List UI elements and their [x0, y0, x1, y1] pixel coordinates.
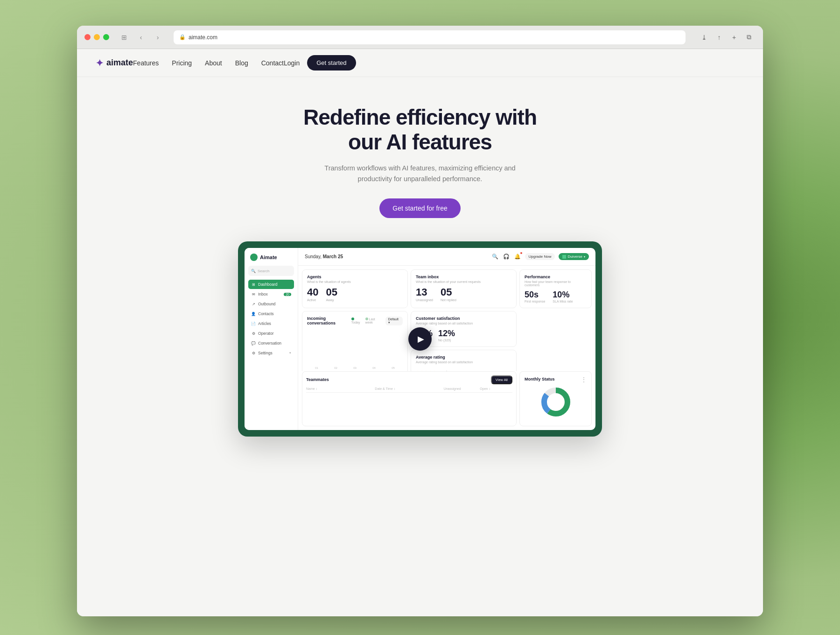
dashboard-icon: ⊞: [251, 282, 256, 287]
url-text: aimate.com: [189, 34, 217, 41]
col-date: Date & Time ↕: [375, 387, 440, 390]
label-04: 04: [372, 367, 376, 369]
new-tab-icon[interactable]: +: [728, 31, 741, 44]
inbox-not-replied-stat: 05 Not replied: [441, 287, 456, 302]
forward-icon[interactable]: ›: [151, 31, 164, 44]
topbar-actions: 🔍 🎧 🔔 Upgrade Now Duiverse ▾: [491, 253, 589, 261]
conversations-chart-card: Incoming conversations Today Last week D…: [302, 311, 408, 371]
back-icon[interactable]: ‹: [134, 31, 147, 44]
inbox-unassigned-stat: 13 Unassigned: [416, 287, 433, 302]
get-started-button[interactable]: Get started: [307, 55, 356, 71]
dashboard-sidebar: Aimate 🔍 Search ⊞ Dashboard ✉ Inbox: [245, 248, 298, 430]
first-response-num: 50s: [525, 290, 545, 299]
performance-card: Performance How fast your team response …: [519, 269, 592, 308]
tabs-icon[interactable]: ⧉: [742, 31, 756, 44]
logo[interactable]: ✦ aimate: [96, 57, 133, 69]
dashboard-device: Aimate 🔍 Search ⊞ Dashboard ✉ Inbox: [238, 241, 602, 437]
agents-title: Agents: [307, 275, 403, 279]
share-icon[interactable]: ↑: [713, 31, 726, 44]
chart-title: Incoming conversations: [307, 316, 351, 325]
agents-active-num: 40: [307, 287, 318, 297]
upgrade-button[interactable]: Upgrade Now: [525, 253, 555, 260]
label-05: 05: [392, 367, 395, 369]
teammates-card: Teammates View All Name ↕ Date & Time ↕ …: [302, 371, 517, 426]
dash-search[interactable]: 🔍 Search: [248, 266, 294, 276]
sidebar-label-settings: Settings: [258, 351, 273, 355]
dashboard-screen: Aimate 🔍 Search ⊞ Dashboard ✉ Inbox: [245, 248, 595, 430]
avg-rating-subtitle: Average rating based on all satisfaction: [416, 360, 511, 364]
inbox-icon: ✉: [251, 292, 256, 296]
nav-blog[interactable]: Blog: [235, 59, 248, 67]
outbound-icon: ↗: [251, 302, 256, 306]
maximize-button[interactable]: [103, 34, 109, 40]
agents-subtitle: What is the situation of agents: [307, 280, 403, 283]
minimize-button[interactable]: [94, 34, 100, 40]
monthly-menu-icon[interactable]: ⋮: [581, 376, 587, 383]
team-inbox-subtitle: What is the situation of your current re…: [416, 280, 511, 283]
legend-last-week: Last week: [365, 318, 382, 324]
sidebar-item-contacts[interactable]: 👤 Contacts: [248, 309, 294, 318]
tab-grid-icon[interactable]: ⊞: [118, 31, 131, 44]
nav-about[interactable]: About: [205, 59, 222, 67]
first-response-stat: 50s First response: [525, 290, 545, 303]
label-03: 03: [353, 367, 357, 369]
workspace-arrow: ▾: [584, 255, 585, 258]
hero-title: Redefine efficiency with our AI features: [96, 105, 744, 155]
search-placeholder: Search: [258, 269, 269, 273]
chart-controls: Today Last week Default ▾: [351, 317, 403, 325]
headset-icon[interactable]: 🎧: [503, 253, 510, 261]
login-button[interactable]: Login: [284, 59, 300, 67]
team-inbox-stats: 13 Unassigned 05 Not replied: [416, 287, 511, 302]
team-inbox-title: Team inbox: [416, 275, 511, 279]
performance-title: Performance: [525, 275, 587, 279]
hero-cta-button[interactable]: Get started for free: [379, 198, 461, 218]
dash-logo-dot: [250, 254, 258, 261]
inbox-badge: 20: [284, 293, 291, 296]
nav-pricing[interactable]: Pricing: [172, 59, 192, 67]
sidebar-label-contacts: Contacts: [258, 311, 274, 316]
settings-arrow: ▾: [289, 351, 291, 355]
sidebar-item-outbound[interactable]: ↗ Outbound: [248, 299, 294, 309]
dash-logo: Aimate: [248, 254, 294, 261]
bottom-row: Teammates View All Name ↕ Date & Time ↕ …: [298, 371, 595, 430]
label-02: 02: [334, 367, 337, 369]
search-topbar-icon[interactable]: 🔍: [491, 253, 499, 261]
agents-away-stat: 05 Away: [326, 287, 337, 302]
close-button[interactable]: [84, 34, 91, 40]
view-all-button[interactable]: View All: [491, 375, 512, 384]
play-button[interactable]: ▶: [408, 327, 432, 351]
dashboard-main: Sunday, March 25 🔍 🎧 🔔 Upgrade Now Duive…: [298, 248, 595, 430]
logo-icon: ✦: [96, 57, 104, 69]
bookmark-icon[interactable]: ⤓: [698, 31, 711, 44]
sidebar-item-articles[interactable]: 📄 Articles: [248, 319, 294, 328]
sidebar-item-conversation[interactable]: 💬 Conversation: [248, 339, 294, 348]
nav-contact[interactable]: Contact: [261, 59, 284, 67]
sidebar-item-inbox[interactable]: ✉ Inbox 20: [248, 289, 294, 299]
address-bar[interactable]: 🔒 aimate.com: [174, 30, 686, 44]
articles-icon: 📄: [251, 321, 256, 326]
hero-section: Redefine efficiency with our AI features…: [77, 77, 763, 241]
legend-today: Today: [351, 318, 363, 324]
sidebar-item-operator[interactable]: ⚙ Operator: [248, 329, 294, 338]
hero-title-line1: Redefine efficiency with: [303, 105, 537, 129]
agents-away-label: Away: [326, 298, 337, 302]
avg-rating-title: Average rating: [416, 355, 511, 360]
workspace-dot: [562, 255, 566, 259]
browser-actions: ⤓ ↑ + ⧉: [698, 31, 756, 44]
hero-subtitle: Transform workflows with AI features, ma…: [322, 163, 518, 184]
table-header: Name ↕ Date & Time ↕ Unassigned Open ↕: [306, 387, 512, 393]
workspace-button[interactable]: Duiverse ▾: [559, 253, 589, 260]
notification-icon[interactable]: 🔔: [514, 253, 521, 261]
operator-icon: ⚙: [251, 331, 256, 336]
sidebar-item-settings[interactable]: ⚙ Settings ▾: [248, 348, 294, 358]
nav-actions: Login Get started: [284, 55, 356, 71]
bar-chart: [307, 328, 403, 366]
inbox-not-replied-num: 05: [441, 287, 456, 297]
label-01: 01: [315, 367, 318, 369]
sidebar-label-outbound: Outbound: [258, 302, 275, 306]
sidebar-item-dashboard[interactable]: ⊞ Dashboard: [248, 280, 294, 289]
chart-filter[interactable]: Default ▾: [385, 317, 403, 325]
hero-title-line2: our AI features: [348, 130, 492, 154]
nav-features[interactable]: Features: [133, 59, 159, 67]
inbox-not-replied-label: Not replied: [441, 298, 456, 302]
